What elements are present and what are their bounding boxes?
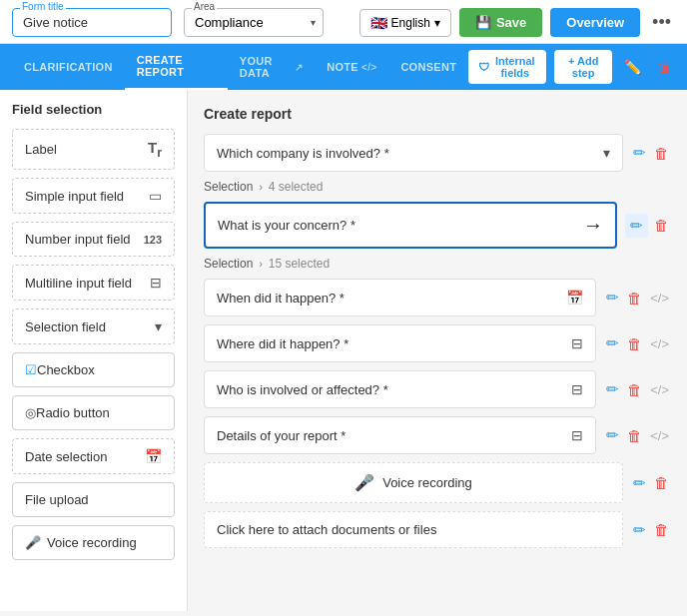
attach-delete-button[interactable]: 🗑: [652, 519, 671, 540]
section2-label: Selection: [204, 257, 253, 271]
who-field-row: Who is involved or affected? * ⊟ ✏ 🗑 </>: [204, 370, 671, 408]
top-bar: Form title Area Compliance HR Legal ▾ 🇬🇧…: [0, 0, 687, 44]
area-group: Area Compliance HR Legal ▾: [184, 8, 324, 37]
voice-text: Voice recording: [47, 535, 137, 550]
area-label: Area: [192, 1, 217, 12]
section1-label: Selection: [204, 180, 253, 194]
who-delete-button[interactable]: 🗑: [625, 379, 644, 400]
voice-field-row: 🎤 Voice recording ✏ 🗑: [204, 462, 671, 503]
label-field-icon: Tr: [148, 139, 162, 160]
who-row-actions: ✏ 🗑 </>: [604, 378, 671, 400]
nav-bar: CLARIFICATION CREATE REPORT YOUR DATA ↗ …: [0, 44, 687, 90]
who-edit-button[interactable]: ✏: [604, 378, 621, 400]
concern-row-actions: ✏ 🗑: [625, 214, 671, 238]
when-edit-button[interactable]: ✏: [604, 287, 621, 308]
section2-count: 15 selected: [269, 257, 330, 271]
company-field-box[interactable]: Which company is involved? * ▾: [204, 134, 623, 172]
where-code-button[interactable]: </>: [648, 334, 671, 353]
details-edit-button[interactable]: ✏: [604, 424, 621, 446]
overview-button[interactable]: Overview: [550, 8, 640, 37]
number-input-icon: 123: [144, 234, 162, 246]
radio-text: Radio button: [36, 405, 110, 420]
where-row-actions: ✏ 🗑 </>: [604, 332, 671, 354]
checkbox-icon: ☑: [25, 362, 37, 377]
field-item-selection[interactable]: Selection field ▾: [12, 308, 175, 344]
where-icon: ⊟: [571, 335, 583, 351]
area-select[interactable]: Compliance HR Legal: [184, 8, 324, 37]
where-edit-button[interactable]: ✏: [604, 332, 621, 354]
field-item-file[interactable]: File upload: [12, 482, 175, 517]
nav-your-data[interactable]: YOUR DATA ↗: [228, 45, 315, 89]
field-item-multiline-input[interactable]: Multiline input field ⊟: [12, 265, 175, 301]
company-edit-button[interactable]: ✏: [631, 142, 648, 164]
concern-delete-button[interactable]: 🗑: [652, 215, 671, 236]
save-button[interactable]: 💾 Save: [459, 8, 542, 37]
section1-header: Selection › 4 selected: [204, 180, 671, 194]
when-calendar-icon: 📅: [566, 290, 583, 306]
who-icon: ⊟: [571, 381, 583, 397]
voice-edit-button[interactable]: ✏: [631, 472, 648, 494]
who-field-text: Who is involved or affected? *: [217, 382, 388, 397]
more-icon: •••: [652, 12, 671, 32]
field-item-label[interactable]: Label Tr: [12, 129, 175, 170]
nav-delete-button[interactable]: 🗑: [653, 55, 675, 79]
field-selection-panel: Field selection Label Tr Simple input fi…: [0, 90, 188, 611]
add-step-button[interactable]: + Add step: [554, 50, 612, 84]
concern-edit-button[interactable]: ✏: [625, 214, 648, 238]
nav-create-report[interactable]: CREATE REPORT: [125, 44, 228, 90]
voice-field-mic-icon: 🎤: [354, 473, 374, 492]
when-code-button[interactable]: </>: [648, 289, 671, 308]
nav-consent[interactable]: CONSENT: [388, 51, 468, 83]
concern-field-box[interactable]: What is your concern? * →: [204, 202, 617, 249]
more-button[interactable]: •••: [648, 8, 675, 37]
field-item-simple-input[interactable]: Simple input field ▭: [12, 178, 175, 214]
voice-field-text: Voice recording: [382, 475, 472, 490]
voice-field-box[interactable]: 🎤 Voice recording: [204, 462, 623, 503]
who-code-button[interactable]: </>: [648, 380, 671, 399]
save-icon: 💾: [475, 15, 491, 30]
field-item-date[interactable]: Date selection 📅: [12, 438, 175, 474]
concern-arrow-box: →: [583, 214, 603, 237]
shield-icon: 🛡: [478, 61, 489, 73]
where-delete-button[interactable]: 🗑: [625, 333, 644, 354]
details-code-button[interactable]: </>: [648, 426, 671, 445]
attach-field-box[interactable]: Click here to attach documents or files: [204, 511, 623, 548]
concern-arrow-icon: →: [583, 214, 603, 237]
when-delete-button[interactable]: 🗑: [625, 288, 644, 308]
attach-field-row: Click here to attach documents or files …: [204, 511, 671, 548]
voice-delete-button[interactable]: 🗑: [652, 472, 671, 493]
who-field-box[interactable]: Who is involved or affected? * ⊟: [204, 370, 596, 408]
internal-fields-label: Internal fields: [493, 55, 536, 79]
selection-text: Selection field: [25, 319, 106, 334]
field-item-number-input[interactable]: Number input field 123: [12, 222, 175, 257]
nav-right-actions: 🛡 Internal fields + Add step ✏️ 🗑: [468, 50, 675, 84]
nav-note[interactable]: NOTE </>: [315, 51, 388, 83]
nav-edit-button[interactable]: ✏️: [620, 55, 645, 79]
file-text: File upload: [25, 492, 89, 507]
form-title-input[interactable]: [12, 8, 172, 37]
section1-chevron-icon: ›: [259, 182, 262, 193]
when-field-box[interactable]: When did it happen? * 📅: [204, 279, 596, 316]
selection-icon: ▾: [155, 318, 162, 334]
internal-fields-button[interactable]: 🛡 Internal fields: [468, 50, 546, 84]
attach-edit-button[interactable]: ✏: [631, 519, 648, 541]
section2-chevron-icon: ›: [259, 259, 262, 270]
multiline-input-icon: ⊟: [150, 275, 162, 291]
company-field-row: Which company is involved? * ▾ ✏ 🗑: [204, 134, 671, 172]
language-button[interactable]: 🇬🇧 English ▾: [359, 9, 451, 37]
radio-icon: ◎: [25, 405, 36, 420]
details-field-box[interactable]: Details of your report * ⊟: [204, 416, 596, 454]
nav-clarification[interactable]: CLARIFICATION: [12, 51, 125, 83]
concern-field-text: What is your concern? *: [218, 218, 355, 233]
form-title-group: Form title: [12, 8, 172, 37]
details-delete-button[interactable]: 🗑: [625, 425, 644, 446]
flag-icon: 🇬🇧: [370, 15, 387, 31]
company-delete-button[interactable]: 🗑: [652, 143, 671, 164]
field-item-radio[interactable]: ◎ Radio button: [12, 395, 175, 430]
field-item-voice[interactable]: 🎤 Voice recording: [12, 525, 175, 560]
label-field-text: Label: [25, 142, 57, 157]
language-label: English: [391, 16, 430, 30]
where-field-box[interactable]: Where did it happen? * ⊟: [204, 324, 596, 362]
field-item-checkbox[interactable]: ☑ Checkbox: [12, 352, 175, 387]
simple-input-text: Simple input field: [25, 189, 124, 204]
